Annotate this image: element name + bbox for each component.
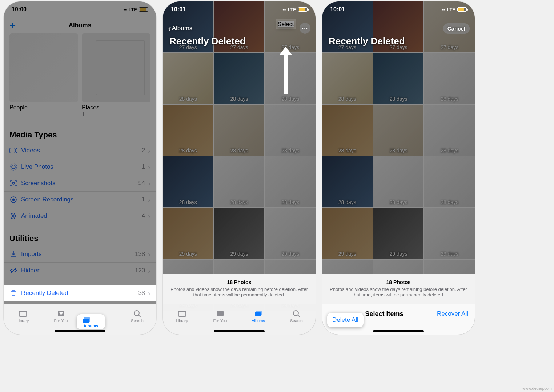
tab-search[interactable]: Search (277, 304, 316, 328)
phone-panel-deleteall: 27 days 27 days 27 days 28 days 28 days … (322, 1, 475, 335)
recover-all-button[interactable]: Recover All (437, 310, 468, 317)
tab-albums-highlight[interactable]: Albums (77, 314, 105, 329)
select-button[interactable]: Select (278, 21, 294, 27)
svg-point-3 (12, 182, 15, 184)
album-grid: People Places 1 (4, 33, 156, 121)
row-imports[interactable]: Imports 138 › (4, 246, 156, 263)
days-badge: 29 days (163, 251, 213, 257)
chevron-right-icon: › (148, 267, 150, 275)
albums-icon (254, 309, 263, 317)
videos-icon (9, 147, 21, 154)
album-title: Recently Deleted (329, 36, 405, 47)
tab-label: Albums (82, 324, 100, 328)
delete-all-button[interactable]: Delete All (327, 313, 364, 327)
cancel-button[interactable]: Cancel (443, 23, 470, 34)
album-title: Recently Deleted (169, 36, 246, 47)
album-thumb-people (9, 33, 78, 102)
tab-library[interactable]: Library (4, 304, 42, 328)
album-places[interactable]: Places 1 (82, 33, 150, 117)
tab-for-you[interactable]: For You (201, 304, 239, 328)
row-count: 38 (138, 289, 145, 297)
days-badge: 28 days (322, 199, 373, 205)
rd-footer: 18 Photos Photos and videos show the day… (163, 274, 316, 304)
library-icon (177, 309, 187, 317)
row-hidden[interactable]: Hidden 120 › (4, 263, 156, 279)
row-count: 138 (135, 251, 145, 258)
photo-count: 18 Photos (170, 279, 308, 285)
network-lte: LTE (447, 7, 455, 12)
chevron-right-icon: › (148, 163, 150, 171)
status-time: 10:01 (171, 6, 186, 13)
delete-all-label: Delete All (332, 316, 358, 323)
days-badge: 29 days (373, 251, 424, 257)
network-lte: LTE (128, 7, 137, 12)
days-badge: 29 days (322, 251, 373, 257)
chevron-right-icon: › (148, 250, 150, 259)
row-count: 54 (138, 180, 145, 187)
network-lte: LTE (288, 7, 296, 12)
home-indicator (55, 330, 105, 332)
status-time: 10:01 (330, 6, 345, 13)
animated-icon (9, 212, 21, 220)
select-button-highlight[interactable]: Select (278, 21, 294, 28)
tab-label: Search (290, 319, 303, 323)
screen-recordings-icon (9, 196, 21, 204)
days-badge: 28 days (214, 148, 265, 153)
svg-line-6 (11, 268, 16, 273)
svg-point-10 (134, 311, 139, 316)
svg-point-5 (12, 199, 15, 201)
nav-title: Albums (4, 22, 156, 29)
back-chevron-icon[interactable]: ‹ (168, 23, 171, 34)
days-badge: 28 days (424, 96, 475, 102)
days-badge: 28 days (265, 148, 316, 153)
row-screenshots[interactable]: Screenshots 54 › (4, 175, 156, 192)
row-animated[interactable]: Animated 4 › (4, 208, 156, 224)
svg-rect-0 (10, 148, 15, 153)
days-badge: 28 days (163, 148, 213, 153)
tab-label: Library (176, 319, 188, 323)
row-count: 2 (142, 147, 145, 154)
row-recently-deleted[interactable]: Recently Deleted 38 › (4, 285, 156, 301)
svg-rect-7 (19, 311, 27, 316)
svg-rect-14 (178, 311, 186, 316)
days-badge: 27 days (424, 44, 475, 50)
days-badge: 28 days (373, 96, 424, 102)
more-button[interactable]: ··· (300, 23, 310, 34)
tab-search[interactable]: Search (118, 304, 156, 328)
svg-rect-13 (84, 317, 90, 322)
tab-label: Search (131, 319, 144, 323)
svg-line-11 (138, 315, 141, 317)
signal-icon: ▪▪ (442, 7, 445, 12)
album-label: People (9, 104, 78, 111)
days-badge: 29 days (424, 251, 475, 257)
days-badge: 28 days (373, 199, 424, 205)
days-badge: 27 days (265, 44, 316, 50)
search-icon (292, 309, 301, 317)
album-people[interactable]: People (9, 33, 78, 117)
row-screen-recordings[interactable]: Screen Recordings 1 › (4, 192, 156, 208)
chevron-right-icon: › (148, 289, 150, 297)
days-badge: 29 days (265, 251, 316, 257)
tab-label: For You (213, 319, 227, 323)
status-bar: 10:01 ▪▪ LTE (163, 1, 316, 17)
tab-for-you[interactable]: For You (42, 304, 80, 328)
svg-point-1 (12, 165, 15, 169)
row-count: 1 (142, 196, 145, 203)
back-button[interactable]: Albums (172, 25, 193, 32)
chevron-right-icon: › (148, 212, 150, 220)
row-videos[interactable]: Videos 2 › (4, 143, 156, 159)
days-badge: 28 days (373, 148, 424, 153)
svg-point-2 (10, 164, 17, 170)
tab-library[interactable]: Library (163, 304, 201, 328)
row-count: 4 (142, 212, 145, 220)
row-label: Screen Recordings (21, 196, 142, 203)
rd-footer: 18 Photos Photos and videos show the day… (322, 274, 475, 304)
navbar: + Albums (4, 17, 156, 33)
utilities-list: Imports 138 › Hidden 120 › (4, 246, 156, 279)
tab-bar: Library For You Albums Search (163, 304, 316, 335)
section-media-types: Media Types (4, 121, 156, 143)
row-live-photos[interactable]: Live Photos 1 › (4, 159, 156, 175)
days-badge: 28 days (265, 199, 316, 205)
albums-icon (82, 316, 100, 324)
tab-albums[interactable]: Albums (239, 304, 277, 328)
